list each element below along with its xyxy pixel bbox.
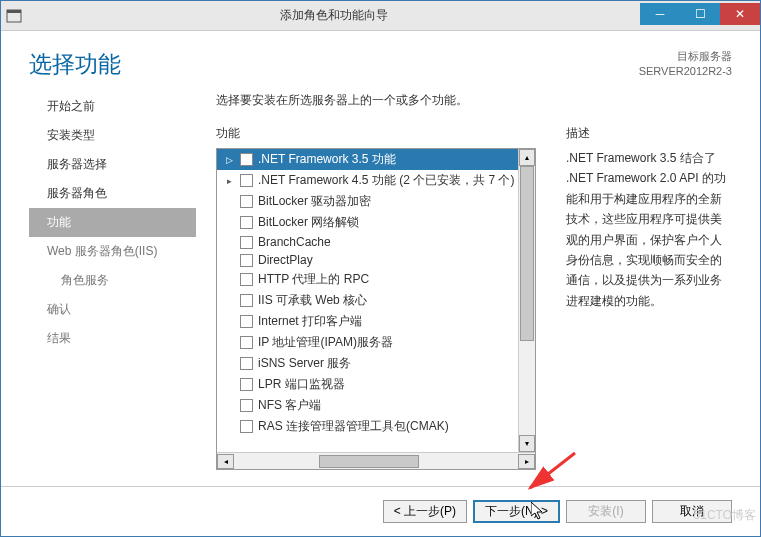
- feature-label: DirectPlay: [258, 253, 313, 267]
- feature-label: BitLocker 驱动器加密: [258, 193, 371, 210]
- feature-row[interactable]: BitLocker 驱动器加密: [217, 191, 535, 212]
- scroll-left-icon[interactable]: ◂: [217, 454, 234, 469]
- expand-icon[interactable]: ▷: [223, 155, 235, 165]
- feature-label: NFS 客户端: [258, 397, 321, 414]
- feature-row[interactable]: RAS 连接管理器管理工具包(CMAK): [217, 416, 535, 437]
- sidebar-step[interactable]: 功能: [29, 208, 196, 237]
- feature-checkbox[interactable]: [240, 195, 253, 208]
- feature-row[interactable]: IIS 可承载 Web 核心: [217, 290, 535, 311]
- feature-row[interactable]: ▸.NET Framework 4.5 功能 (2 个已安装，共 7 个): [217, 170, 535, 191]
- feature-checkbox[interactable]: [240, 174, 253, 187]
- target-server-name: SERVER2012R2-3: [639, 64, 732, 79]
- horizontal-scrollbar[interactable]: ◂ ▸: [217, 452, 535, 469]
- next-button[interactable]: 下一步(N) >: [473, 500, 560, 523]
- sidebar-step[interactable]: Web 服务器角色(IIS): [29, 237, 196, 266]
- feature-label: .NET Framework 4.5 功能 (2 个已安装，共 7 个): [258, 172, 514, 189]
- feature-checkbox[interactable]: [240, 216, 253, 229]
- feature-row[interactable]: HTTP 代理上的 RPC: [217, 269, 535, 290]
- feature-row[interactable]: iSNS Server 服务: [217, 353, 535, 374]
- description-title: 描述: [566, 125, 732, 142]
- close-button[interactable]: ✕: [720, 3, 760, 25]
- sidebar-step[interactable]: 确认: [29, 295, 196, 324]
- sidebar-step[interactable]: 开始之前: [29, 92, 196, 121]
- feature-label: BranchCache: [258, 235, 331, 249]
- scroll-thumb[interactable]: [520, 166, 534, 341]
- intro-text: 选择要安装在所选服务器上的一个或多个功能。: [216, 92, 732, 109]
- feature-row[interactable]: IP 地址管理(IPAM)服务器: [217, 332, 535, 353]
- feature-label: Internet 打印客户端: [258, 313, 362, 330]
- target-label: 目标服务器: [639, 49, 732, 64]
- feature-row[interactable]: LPR 端口监视器: [217, 374, 535, 395]
- feature-label: IIS 可承载 Web 核心: [258, 292, 367, 309]
- install-button[interactable]: 安装(I): [566, 500, 646, 523]
- scroll-up-icon[interactable]: ▴: [519, 149, 535, 166]
- titlebar-text: 添加角色和功能向导: [27, 7, 640, 24]
- feature-label: IP 地址管理(IPAM)服务器: [258, 334, 393, 351]
- sidebar-step[interactable]: 角色服务: [29, 266, 196, 295]
- header: 选择功能 目标服务器 SERVER2012R2-3: [1, 31, 760, 88]
- feature-checkbox[interactable]: [240, 236, 253, 249]
- app-icon: [6, 8, 22, 24]
- feature-label: BitLocker 网络解锁: [258, 214, 359, 231]
- feature-checkbox[interactable]: [240, 357, 253, 370]
- feature-checkbox[interactable]: [240, 254, 253, 267]
- feature-row[interactable]: BranchCache: [217, 233, 535, 251]
- sidebar-step[interactable]: 结果: [29, 324, 196, 353]
- sidebar-step[interactable]: 安装类型: [29, 121, 196, 150]
- feature-checkbox[interactable]: [240, 420, 253, 433]
- vertical-scrollbar[interactable]: ▴ ▾: [518, 149, 535, 452]
- features-title: 功能: [216, 125, 536, 142]
- feature-row[interactable]: ▷.NET Framework 3.5 功能: [217, 149, 535, 170]
- maximize-button[interactable]: ☐: [680, 3, 720, 25]
- scroll-thumb-h[interactable]: [319, 455, 418, 468]
- features-tree[interactable]: ▷.NET Framework 3.5 功能▸.NET Framework 4.…: [216, 148, 536, 470]
- feature-label: .NET Framework 3.5 功能: [258, 151, 396, 168]
- svg-rect-1: [7, 10, 21, 13]
- wizard-footer: < 上一步(P) 下一步(N) > 安装(I) 取消: [1, 486, 760, 536]
- feature-row[interactable]: Internet 打印客户端: [217, 311, 535, 332]
- feature-checkbox[interactable]: [240, 153, 253, 166]
- feature-row[interactable]: BitLocker 网络解锁: [217, 212, 535, 233]
- sidebar-step[interactable]: 服务器角色: [29, 179, 196, 208]
- description-text: .NET Framework 3.5 结合了 .NET Framework 2.…: [566, 148, 732, 311]
- feature-checkbox[interactable]: [240, 315, 253, 328]
- feature-checkbox[interactable]: [240, 273, 253, 286]
- sidebar-step[interactable]: 服务器选择: [29, 150, 196, 179]
- scroll-down-icon[interactable]: ▾: [519, 435, 535, 452]
- previous-button[interactable]: < 上一步(P): [383, 500, 467, 523]
- expand-icon[interactable]: ▸: [223, 176, 235, 186]
- wizard-steps-sidebar: 开始之前安装类型服务器选择服务器角色功能Web 服务器角色(IIS)角色服务确认…: [1, 88, 196, 470]
- feature-label: LPR 端口监视器: [258, 376, 345, 393]
- titlebar: 添加角色和功能向导 ─ ☐ ✕: [1, 1, 760, 31]
- feature-label: RAS 连接管理器管理工具包(CMAK): [258, 418, 449, 435]
- feature-checkbox[interactable]: [240, 294, 253, 307]
- target-server-info: 目标服务器 SERVER2012R2-3: [639, 49, 732, 80]
- scroll-right-icon[interactable]: ▸: [518, 454, 535, 469]
- page-title: 选择功能: [29, 49, 121, 80]
- feature-label: HTTP 代理上的 RPC: [258, 271, 369, 288]
- minimize-button[interactable]: ─: [640, 3, 680, 25]
- feature-row[interactable]: DirectPlay: [217, 251, 535, 269]
- feature-label: iSNS Server 服务: [258, 355, 351, 372]
- watermark: 51CTO博客: [694, 507, 756, 524]
- feature-checkbox[interactable]: [240, 336, 253, 349]
- feature-checkbox[interactable]: [240, 378, 253, 391]
- feature-checkbox[interactable]: [240, 399, 253, 412]
- feature-row[interactable]: NFS 客户端: [217, 395, 535, 416]
